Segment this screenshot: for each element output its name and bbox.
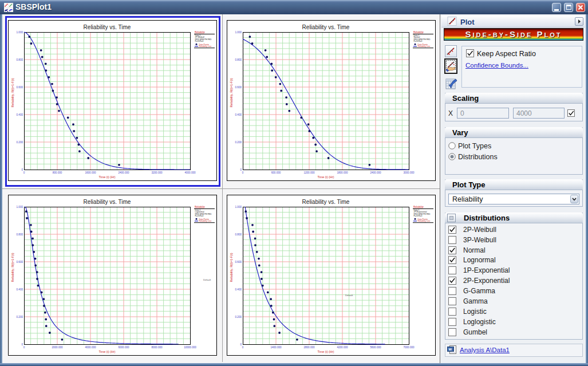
svg-text:Time (t) (Hr): Time (t) (Hr) bbox=[98, 175, 115, 179]
svg-text:4200.000: 4200.000 bbox=[337, 346, 348, 349]
svg-text:Reliability Line: Reliability Line bbox=[199, 45, 212, 48]
svg-text:10000.000: 10000.000 bbox=[184, 346, 196, 349]
svg-text:1200.000: 1200.000 bbox=[303, 171, 315, 174]
svg-text:Time (t) (Hr): Time (t) (Hr) bbox=[98, 350, 115, 353]
svg-text:3000.000: 3000.000 bbox=[403, 171, 415, 174]
svg-text:0: 0 bbox=[23, 346, 25, 349]
svg-text:0.800: 0.800 bbox=[17, 58, 23, 61]
svg-text:Reliability vs. Time: Reliability vs. Time bbox=[302, 24, 350, 30]
svg-text:Reliability vs. Time: Reliability vs. Time bbox=[84, 199, 131, 205]
svg-text:Time (t) (Hr): Time (t) (Hr) bbox=[317, 350, 334, 353]
svg-text:Time (t) (Hr): Time (t) (Hr) bbox=[317, 175, 334, 179]
svg-text:1800.000: 1800.000 bbox=[337, 171, 348, 174]
svg-text:1.000: 1.000 bbox=[17, 31, 23, 34]
svg-text:0: 0 bbox=[240, 343, 242, 346]
svg-text:Reliability: Reliability bbox=[195, 205, 206, 208]
svg-text:0: 0 bbox=[21, 343, 23, 346]
svg-text:0: 0 bbox=[240, 168, 242, 171]
svg-text:600.000: 600.000 bbox=[271, 171, 281, 174]
svg-text:1.000: 1.000 bbox=[235, 31, 242, 34]
svg-text:Reliability, R(t)=1-F(t): Reliability, R(t)=1-F(t) bbox=[11, 253, 14, 282]
svg-text:1400.000: 1400.000 bbox=[270, 346, 282, 349]
svg-text:Reliability Line: Reliability Line bbox=[418, 45, 431, 48]
svg-text:Reliability, R(t)=1-F(t): Reliability, R(t)=1-F(t) bbox=[11, 78, 14, 107]
svg-text:4000.000: 4000.000 bbox=[184, 171, 196, 174]
svg-text:0.400: 0.400 bbox=[235, 113, 242, 116]
svg-text:0.600: 0.600 bbox=[235, 86, 242, 89]
svg-text:Reliability Line: Reliability Line bbox=[199, 220, 212, 222]
svg-text:Reliability vs. Time: Reliability vs. Time bbox=[302, 199, 350, 205]
svg-text:4000.000: 4000.000 bbox=[85, 346, 96, 349]
svg-text:F=20/S=0: F=20/S=0 bbox=[414, 215, 423, 217]
svg-text:Reliability Line: Reliability Line bbox=[418, 220, 431, 222]
svg-text:0.400: 0.400 bbox=[235, 288, 242, 291]
svg-text:Reliability, R(t)=1-F(t): Reliability, R(t)=1-F(t) bbox=[230, 253, 233, 282]
svg-text:F=20/S=0: F=20/S=0 bbox=[414, 40, 423, 42]
svg-text:Reliability vs. Time: Reliability vs. Time bbox=[84, 24, 131, 30]
svg-text:2400.000: 2400.000 bbox=[370, 171, 381, 174]
svg-text:F=20/S=0: F=20/S=0 bbox=[195, 215, 204, 217]
svg-text:3200.000: 3200.000 bbox=[151, 171, 163, 174]
svg-text:Reliability: Reliability bbox=[413, 205, 424, 208]
svg-text:0.200: 0.200 bbox=[17, 316, 23, 318]
svg-text:0.600: 0.600 bbox=[235, 261, 242, 263]
svg-text:w: w bbox=[448, 347, 452, 351]
svg-text:0.600: 0.600 bbox=[17, 86, 23, 89]
svg-text:8000.000: 8000.000 bbox=[151, 346, 163, 349]
svg-text:0.400: 0.400 bbox=[17, 288, 23, 291]
svg-text:0.800: 0.800 bbox=[17, 233, 23, 236]
svg-text:2400.000: 2400.000 bbox=[118, 171, 129, 174]
svg-text:F=20/S=0: F=20/S=0 bbox=[195, 40, 204, 42]
svg-text:Reliability: Reliability bbox=[195, 30, 206, 33]
svg-text:Default: Default bbox=[345, 294, 353, 297]
svg-text:7000.000: 7000.000 bbox=[403, 346, 415, 349]
svg-text:2800.000: 2800.000 bbox=[303, 346, 315, 349]
svg-text:0.200: 0.200 bbox=[17, 141, 23, 144]
svg-text:Reliability: Reliability bbox=[413, 30, 424, 33]
svg-text:0.600: 0.600 bbox=[17, 261, 23, 263]
svg-text:Reliability, R(t)=1-F(t): Reliability, R(t)=1-F(t) bbox=[230, 78, 233, 107]
svg-text:1600.000: 1600.000 bbox=[85, 171, 96, 174]
svg-text:0: 0 bbox=[23, 171, 25, 174]
svg-text:0: 0 bbox=[21, 168, 23, 171]
svg-text:6000.000: 6000.000 bbox=[118, 346, 129, 349]
svg-text:0.800: 0.800 bbox=[235, 233, 242, 236]
svg-text:0: 0 bbox=[242, 346, 244, 349]
svg-text:0.400: 0.400 bbox=[17, 113, 23, 116]
svg-text:0: 0 bbox=[242, 171, 244, 174]
svg-text:1.000: 1.000 bbox=[235, 206, 242, 208]
svg-text:800.000: 800.000 bbox=[53, 171, 62, 174]
svg-text:0.200: 0.200 bbox=[235, 141, 242, 144]
svg-text:5600.000: 5600.000 bbox=[370, 346, 381, 349]
svg-text:2000.000: 2000.000 bbox=[52, 346, 63, 349]
svg-text:1.000: 1.000 bbox=[17, 206, 23, 208]
svg-text:0.800: 0.800 bbox=[235, 58, 242, 61]
svg-text:0.200: 0.200 bbox=[235, 316, 242, 318]
svg-text:Default: Default bbox=[203, 278, 211, 281]
